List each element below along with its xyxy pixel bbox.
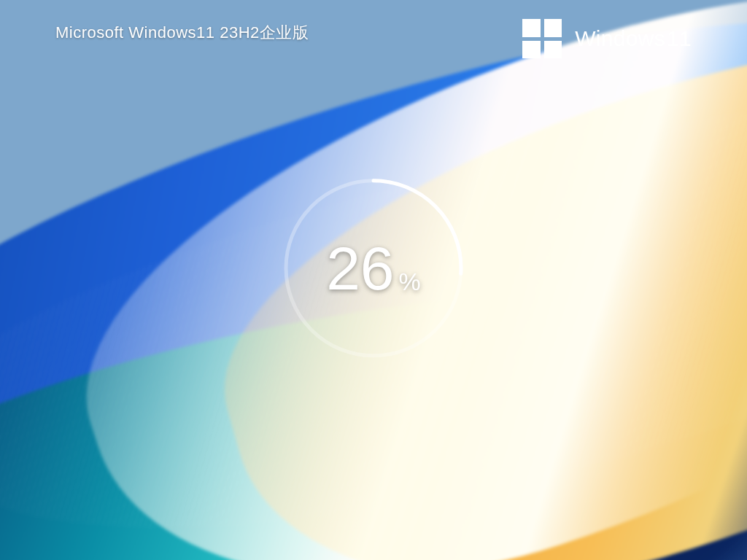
- progress-label: 26 %: [275, 170, 472, 367]
- percent-symbol: %: [399, 267, 421, 295]
- windows-logo-icon: [522, 19, 562, 58]
- progress-number: 26: [326, 238, 394, 299]
- windows-wordmark: Windows11: [575, 26, 692, 51]
- windows-brand: Windows11: [522, 19, 692, 58]
- install-progress: 26 %: [275, 170, 472, 367]
- brand-suffix: 11: [667, 26, 692, 50]
- brand-word: Windows: [575, 26, 665, 50]
- edition-title: Microsoft Windows11 23H2企业版: [55, 22, 309, 44]
